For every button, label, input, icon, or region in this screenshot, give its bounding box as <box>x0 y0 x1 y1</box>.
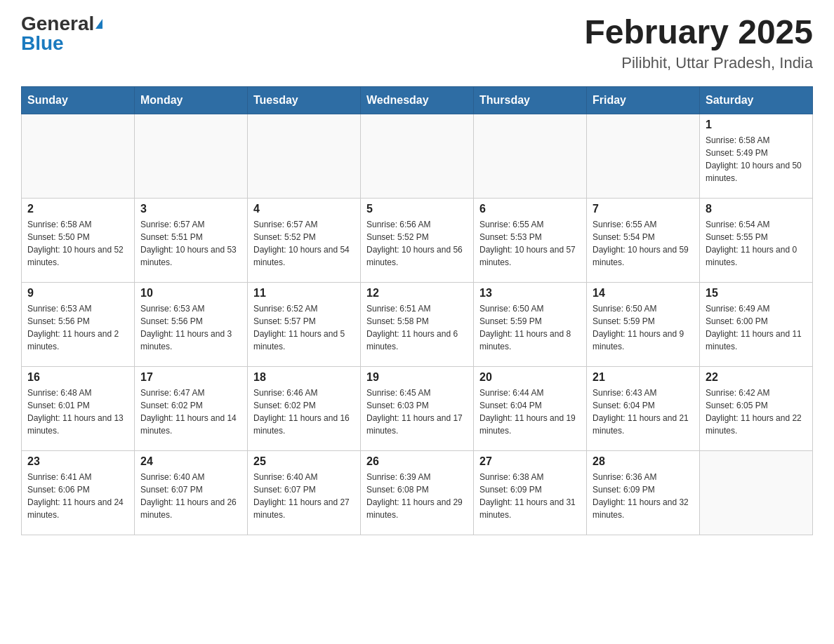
day-info: Sunrise: 6:40 AM Sunset: 6:07 PM Dayligh… <box>253 471 355 521</box>
calendar-cell: 5Sunrise: 6:56 AM Sunset: 5:52 PM Daylig… <box>361 198 474 282</box>
calendar-cell: 18Sunrise: 6:46 AM Sunset: 6:02 PM Dayli… <box>248 366 361 450</box>
calendar-cell: 10Sunrise: 6:53 AM Sunset: 5:56 PM Dayli… <box>135 282 248 366</box>
page-header: General Blue February 2025 Pilibhit, Utt… <box>21 14 813 72</box>
day-number: 13 <box>479 287 581 300</box>
day-number: 22 <box>706 371 807 384</box>
day-number: 1 <box>706 119 807 131</box>
day-number: 9 <box>27 287 128 300</box>
calendar-header: SundayMondayTuesdayWednesdayThursdayFrid… <box>22 86 813 114</box>
day-info: Sunrise: 6:43 AM Sunset: 6:04 PM Dayligh… <box>593 387 694 437</box>
calendar-cell: 19Sunrise: 6:45 AM Sunset: 6:03 PM Dayli… <box>361 366 474 450</box>
day-number: 10 <box>140 287 241 300</box>
calendar-cell <box>587 114 700 198</box>
calendar-cell <box>135 114 248 198</box>
calendar-subtitle: Pilibhit, Uttar Pradesh, India <box>584 54 813 72</box>
calendar-title: February 2025 <box>584 14 813 51</box>
day-info: Sunrise: 6:57 AM Sunset: 5:51 PM Dayligh… <box>140 218 241 269</box>
calendar-cell: 17Sunrise: 6:47 AM Sunset: 6:02 PM Dayli… <box>135 366 248 450</box>
calendar-cell: 2Sunrise: 6:58 AM Sunset: 5:50 PM Daylig… <box>22 198 135 282</box>
logo: General Blue <box>21 14 102 53</box>
calendar-week-3: 9Sunrise: 6:53 AM Sunset: 5:56 PM Daylig… <box>22 282 813 366</box>
weekday-header-wednesday: Wednesday <box>361 86 474 114</box>
calendar-cell: 26Sunrise: 6:39 AM Sunset: 6:08 PM Dayli… <box>361 450 474 535</box>
calendar-cell <box>474 114 587 198</box>
weekday-header-saturday: Saturday <box>700 86 813 114</box>
calendar-cell: 4Sunrise: 6:57 AM Sunset: 5:52 PM Daylig… <box>248 198 361 282</box>
calendar-table: SundayMondayTuesdayWednesdayThursdayFrid… <box>21 86 813 535</box>
weekday-header-row: SundayMondayTuesdayWednesdayThursdayFrid… <box>22 86 813 114</box>
calendar-body: 1Sunrise: 6:58 AM Sunset: 5:49 PM Daylig… <box>22 114 813 535</box>
day-info: Sunrise: 6:39 AM Sunset: 6:08 PM Dayligh… <box>366 471 468 521</box>
weekday-header-monday: Monday <box>135 86 248 114</box>
day-number: 20 <box>479 371 581 384</box>
day-info: Sunrise: 6:46 AM Sunset: 6:02 PM Dayligh… <box>253 387 355 437</box>
calendar-cell: 20Sunrise: 6:44 AM Sunset: 6:04 PM Dayli… <box>474 366 587 450</box>
calendar-week-2: 2Sunrise: 6:58 AM Sunset: 5:50 PM Daylig… <box>22 198 813 282</box>
day-number: 28 <box>593 455 694 468</box>
day-info: Sunrise: 6:49 AM Sunset: 6:00 PM Dayligh… <box>706 302 807 353</box>
calendar-cell: 11Sunrise: 6:52 AM Sunset: 5:57 PM Dayli… <box>248 282 361 366</box>
day-info: Sunrise: 6:40 AM Sunset: 6:07 PM Dayligh… <box>140 471 241 521</box>
calendar-cell: 23Sunrise: 6:41 AM Sunset: 6:06 PM Dayli… <box>22 450 135 535</box>
calendar-cell: 7Sunrise: 6:55 AM Sunset: 5:54 PM Daylig… <box>587 198 700 282</box>
day-info: Sunrise: 6:57 AM Sunset: 5:52 PM Dayligh… <box>253 218 355 269</box>
day-number: 26 <box>366 455 468 468</box>
day-number: 8 <box>706 203 807 215</box>
day-number: 23 <box>27 455 128 468</box>
calendar-cell: 1Sunrise: 6:58 AM Sunset: 5:49 PM Daylig… <box>700 114 813 198</box>
calendar-cell <box>361 114 474 198</box>
weekday-header-thursday: Thursday <box>474 86 587 114</box>
day-number: 5 <box>366 203 468 215</box>
day-number: 12 <box>366 287 468 300</box>
day-info: Sunrise: 6:52 AM Sunset: 5:57 PM Dayligh… <box>253 302 355 353</box>
day-info: Sunrise: 6:48 AM Sunset: 6:01 PM Dayligh… <box>27 387 128 437</box>
day-info: Sunrise: 6:56 AM Sunset: 5:52 PM Dayligh… <box>366 218 468 269</box>
day-number: 7 <box>593 203 694 215</box>
calendar-cell: 25Sunrise: 6:40 AM Sunset: 6:07 PM Dayli… <box>248 450 361 535</box>
day-number: 17 <box>140 371 241 384</box>
day-info: Sunrise: 6:45 AM Sunset: 6:03 PM Dayligh… <box>366 387 468 437</box>
calendar-cell: 15Sunrise: 6:49 AM Sunset: 6:00 PM Dayli… <box>700 282 813 366</box>
day-number: 21 <box>593 371 694 384</box>
day-info: Sunrise: 6:54 AM Sunset: 5:55 PM Dayligh… <box>706 218 807 269</box>
day-number: 16 <box>27 371 128 384</box>
day-info: Sunrise: 6:53 AM Sunset: 5:56 PM Dayligh… <box>27 302 128 353</box>
calendar-cell: 3Sunrise: 6:57 AM Sunset: 5:51 PM Daylig… <box>135 198 248 282</box>
day-info: Sunrise: 6:44 AM Sunset: 6:04 PM Dayligh… <box>479 387 581 437</box>
day-number: 2 <box>27 203 128 215</box>
calendar-cell: 24Sunrise: 6:40 AM Sunset: 6:07 PM Dayli… <box>135 450 248 535</box>
day-info: Sunrise: 6:47 AM Sunset: 6:02 PM Dayligh… <box>140 387 241 437</box>
day-number: 27 <box>479 455 581 468</box>
calendar-cell <box>22 114 135 198</box>
calendar-cell: 6Sunrise: 6:55 AM Sunset: 5:53 PM Daylig… <box>474 198 587 282</box>
day-number: 4 <box>253 203 355 215</box>
calendar-cell: 16Sunrise: 6:48 AM Sunset: 6:01 PM Dayli… <box>22 366 135 450</box>
calendar-cell: 22Sunrise: 6:42 AM Sunset: 6:05 PM Dayli… <box>700 366 813 450</box>
logo-general-text: General <box>21 14 94 34</box>
day-number: 15 <box>706 287 807 300</box>
day-number: 3 <box>140 203 241 215</box>
day-info: Sunrise: 6:58 AM Sunset: 5:49 PM Dayligh… <box>706 134 807 185</box>
calendar-cell <box>700 450 813 535</box>
logo-triangle-icon <box>95 19 102 29</box>
calendar-cell: 8Sunrise: 6:54 AM Sunset: 5:55 PM Daylig… <box>700 198 813 282</box>
day-info: Sunrise: 6:53 AM Sunset: 5:56 PM Dayligh… <box>140 302 241 353</box>
weekday-header-friday: Friday <box>587 86 700 114</box>
day-number: 25 <box>253 455 355 468</box>
day-info: Sunrise: 6:50 AM Sunset: 5:59 PM Dayligh… <box>479 302 581 353</box>
day-info: Sunrise: 6:41 AM Sunset: 6:06 PM Dayligh… <box>27 471 128 521</box>
day-number: 14 <box>593 287 694 300</box>
title-block: February 2025 Pilibhit, Uttar Pradesh, I… <box>584 14 813 72</box>
day-info: Sunrise: 6:58 AM Sunset: 5:50 PM Dayligh… <box>27 218 128 269</box>
calendar-week-1: 1Sunrise: 6:58 AM Sunset: 5:49 PM Daylig… <box>22 114 813 198</box>
day-info: Sunrise: 6:38 AM Sunset: 6:09 PM Dayligh… <box>479 471 581 521</box>
logo-blue-text: Blue <box>21 34 64 53</box>
day-info: Sunrise: 6:51 AM Sunset: 5:58 PM Dayligh… <box>366 302 468 353</box>
calendar-cell: 13Sunrise: 6:50 AM Sunset: 5:59 PM Dayli… <box>474 282 587 366</box>
day-info: Sunrise: 6:55 AM Sunset: 5:53 PM Dayligh… <box>479 218 581 269</box>
weekday-header-tuesday: Tuesday <box>248 86 361 114</box>
day-number: 11 <box>253 287 355 300</box>
day-info: Sunrise: 6:50 AM Sunset: 5:59 PM Dayligh… <box>593 302 694 353</box>
day-number: 6 <box>479 203 581 215</box>
calendar-week-5: 23Sunrise: 6:41 AM Sunset: 6:06 PM Dayli… <box>22 450 813 535</box>
